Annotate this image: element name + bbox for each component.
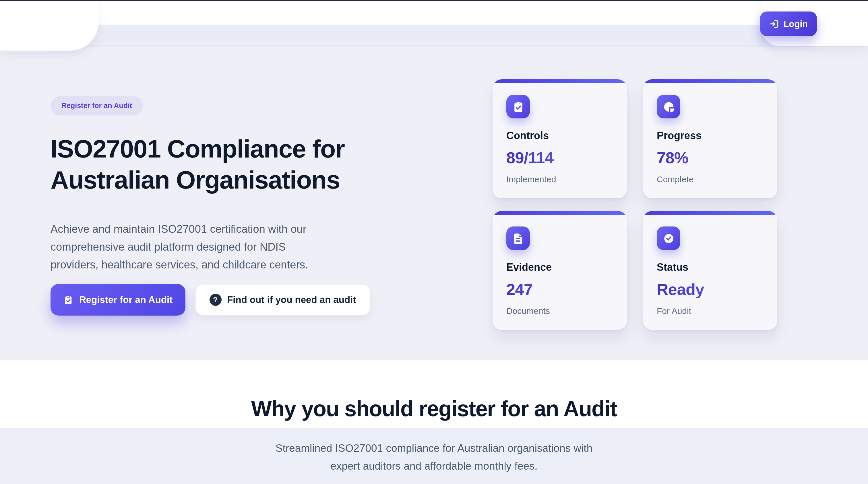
clipboard-check-icon — [63, 294, 73, 305]
stat-value: 78% — [657, 149, 766, 167]
hero-description-line1: Achieve and maintain ISO27001 certificat… — [51, 221, 308, 238]
header-left-white-shape — [0, 0, 99, 51]
stat-value: 247 — [506, 281, 615, 299]
sign-in-icon — [769, 19, 779, 29]
card-accent-bar — [644, 79, 776, 83]
page: COMPLIANCE PRO Compliance Pro ISO27001 P… — [0, 0, 868, 484]
stat-cards-grid: Controls 89/114 Implemented Progress 78%… — [493, 79, 777, 330]
card-accent-bar — [494, 211, 626, 215]
why-subtitle-line2: expert auditors and affordable monthly f… — [0, 457, 868, 475]
hero-description-line3: providers, healthcare services, and chil… — [51, 256, 308, 274]
why-subtitle-line1: Streamlined ISO27001 compliance for Aust… — [0, 440, 868, 457]
find-out-label: Find out if you need an audit — [227, 294, 356, 305]
stat-value: Ready — [657, 281, 766, 299]
stat-card-status: Status Ready For Audit — [643, 211, 777, 330]
login-button[interactable]: Login — [760, 11, 817, 36]
card-accent-bar — [494, 79, 626, 83]
pie-chart-icon — [657, 95, 680, 118]
stat-title: Evidence — [506, 261, 615, 274]
hero-description: Achieve and maintain ISO27001 certificat… — [51, 221, 308, 274]
register-audit-button[interactable]: Register for an Audit — [51, 284, 185, 316]
login-label: Login — [784, 19, 808, 29]
stat-title: Progress — [657, 130, 766, 142]
why-section-heading: Why you should register for an Audit — [0, 397, 868, 421]
stat-card-controls: Controls 89/114 Implemented — [493, 79, 627, 198]
header-top-strip — [0, 0, 868, 25]
why-section-subtitle: Streamlined ISO27001 compliance for Aust… — [0, 440, 868, 475]
stat-subtitle: For Audit — [657, 306, 766, 316]
hero-heading: ISO27001 Compliance for Australian Organ… — [51, 133, 441, 195]
window-top-edge — [0, 0, 868, 1]
hero-heading-line2: Australian Organisations — [51, 164, 441, 195]
hero-description-line2: comprehensive audit platform designed fo… — [51, 238, 308, 256]
register-audit-label: Register for an Audit — [79, 294, 173, 305]
hero-heading-line1: ISO27001 Compliance for — [51, 133, 441, 164]
hero-badge-label: Register for an Audit — [61, 102, 132, 110]
check-circle-icon — [657, 226, 680, 250]
stat-subtitle: Complete — [657, 174, 766, 184]
stat-card-evidence: Evidence 247 Documents — [493, 211, 627, 330]
document-icon — [506, 226, 530, 250]
stat-card-progress: Progress 78% Complete — [643, 79, 777, 198]
clipboard-check-icon — [506, 95, 530, 118]
stat-title: Status — [657, 261, 766, 274]
stat-title: Controls — [506, 130, 615, 142]
stat-subtitle: Implemented — [506, 174, 615, 184]
question-mark-icon: ? — [209, 294, 221, 306]
stat-subtitle: Documents — [506, 306, 615, 316]
find-out-button[interactable]: ? Find out if you need an audit — [195, 284, 370, 316]
hero-badge: Register for an Audit — [51, 96, 143, 116]
stat-value: 89/114 — [506, 149, 615, 167]
header-band — [0, 25, 868, 47]
cta-row: Register for an Audit ? Find out if you … — [51, 284, 370, 316]
card-accent-bar — [644, 211, 776, 215]
